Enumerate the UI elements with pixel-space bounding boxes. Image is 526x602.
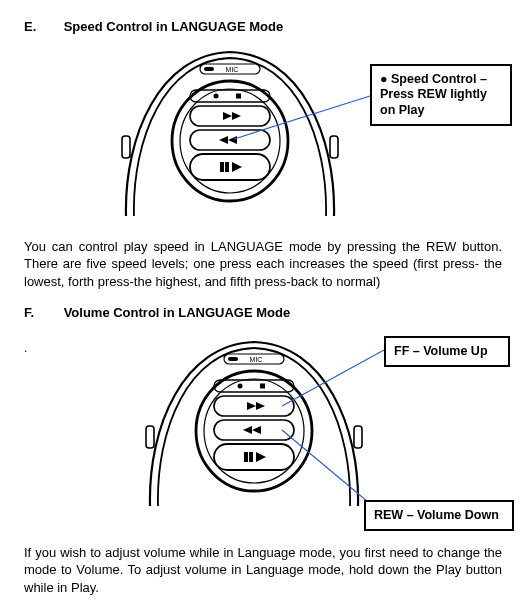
section-e-heading: E. Speed Control in LANGUAGE Mode — [24, 18, 502, 36]
svg-rect-29 — [354, 426, 362, 448]
svg-rect-25 — [214, 444, 294, 470]
callout-ff: FF – Volume Up — [384, 336, 510, 368]
section-e-letter: E. — [24, 18, 60, 36]
stray-dot: . — [24, 340, 27, 356]
svg-point-5 — [214, 93, 219, 98]
svg-rect-20 — [214, 380, 294, 392]
svg-rect-10 — [220, 162, 224, 172]
svg-rect-6 — [236, 93, 241, 98]
svg-rect-26 — [244, 452, 248, 462]
svg-rect-1 — [204, 67, 214, 71]
device-illustration-e: MIC — [120, 46, 340, 216]
callout-rew: REW – Volume Down — [364, 500, 514, 532]
section-f-title: Volume Control in LANGUAGE Mode — [64, 305, 291, 320]
svg-rect-4 — [190, 90, 270, 102]
callout-speed-control: ● Speed Control – Press REW lightly on P… — [370, 64, 512, 127]
svg-rect-22 — [260, 383, 265, 388]
mic-label: MIC — [226, 66, 239, 73]
section-f-paragraph-2: To increase or decrease volume, press FF… — [24, 598, 502, 602]
svg-rect-16 — [228, 357, 238, 361]
section-e-title: Speed Control in LANGUAGE Mode — [64, 19, 284, 34]
section-f-heading: F. Volume Control in LANGUAGE Mode — [24, 304, 502, 322]
figure-f: . MIC FF – Volume Up REW – Volume Down — [24, 332, 502, 532]
section-e-paragraph: You can control play speed in LANGUAGE m… — [24, 238, 502, 291]
svg-text:MIC: MIC — [250, 356, 263, 363]
svg-rect-13 — [330, 136, 338, 158]
svg-rect-27 — [249, 452, 253, 462]
section-f-paragraph-1: If you wish to adjust volume while in La… — [24, 544, 502, 597]
section-f-letter: F. — [24, 304, 60, 322]
svg-rect-9 — [190, 154, 270, 180]
svg-rect-28 — [146, 426, 154, 448]
svg-rect-12 — [122, 136, 130, 158]
svg-point-21 — [238, 383, 243, 388]
figure-e: MIC ● Speed Control – Press REW lightly … — [24, 46, 502, 226]
svg-rect-11 — [225, 162, 229, 172]
device-illustration-f: MIC — [144, 336, 364, 506]
